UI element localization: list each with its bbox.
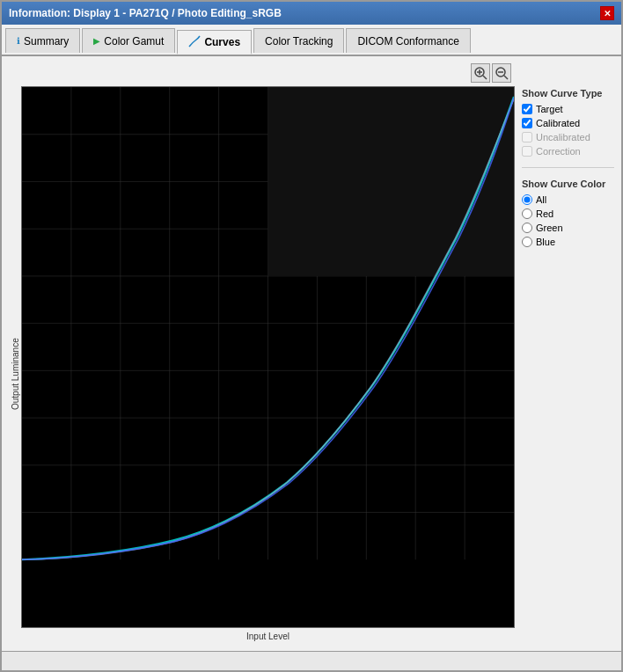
svg-line-5 <box>504 76 508 79</box>
red-radio[interactable] <box>522 208 532 219</box>
checkbox-correction[interactable]: Correction <box>522 146 614 157</box>
target-label: Target <box>536 104 563 114</box>
calibrated-checkbox[interactable] <box>522 118 532 128</box>
chart-canvas[interactable] <box>21 86 515 628</box>
blue-label: Blue <box>536 237 555 247</box>
window-title: Information: Display 1 - PA271Q / Photo … <box>9 7 282 19</box>
calibrated-label: Calibrated <box>536 118 580 128</box>
tab-color-tracking[interactable]: Color Tracking <box>253 28 344 53</box>
chart-area: Output Luminance <box>9 63 515 644</box>
y-axis-label: Output Luminance <box>9 86 21 644</box>
status-bar <box>2 651 621 670</box>
svg-rect-25 <box>268 87 515 276</box>
checkbox-uncalibrated[interactable]: Uncalibrated <box>522 132 614 142</box>
tab-summary-label: Summary <box>24 35 69 47</box>
main-content: Output Luminance <box>2 56 621 651</box>
zoom-out-button[interactable] <box>492 63 511 83</box>
right-panel: Show Curve Type Target Calibrated Uncali… <box>522 63 614 644</box>
chart-inner: Input Level <box>21 86 515 644</box>
tab-color-tracking-label: Color Tracking <box>265 35 333 47</box>
close-button[interactable]: ✕ <box>600 6 614 20</box>
main-window: Information: Display 1 - PA271Q / Photo … <box>0 0 623 672</box>
show-curve-color-section: Show Curve Color All Red Green Blue <box>522 179 614 247</box>
radio-blue[interactable]: Blue <box>522 237 614 247</box>
correction-checkbox[interactable] <box>522 146 532 157</box>
all-radio[interactable] <box>522 194 532 205</box>
checkbox-target[interactable]: Target <box>522 104 614 114</box>
tab-summary[interactable]: ℹ Summary <box>5 28 80 53</box>
checkbox-calibrated[interactable]: Calibrated <box>522 118 614 128</box>
green-radio[interactable] <box>522 223 532 233</box>
red-label: Red <box>536 208 553 219</box>
color-gamut-icon: ▶ <box>93 36 100 46</box>
tab-dicom-label: DICOM Conformance <box>357 35 458 47</box>
tab-bar: ℹ Summary ▶ Color Gamut Curves Color Tra… <box>2 25 621 56</box>
all-label: All <box>536 194 546 205</box>
tab-curves-label: Curves <box>204 36 240 48</box>
blue-radio[interactable] <box>522 237 532 247</box>
tab-color-gamut-label: Color Gamut <box>104 35 164 47</box>
svg-line-1 <box>483 76 487 79</box>
show-curve-type-title: Show Curve Type <box>522 88 614 99</box>
tab-color-gamut[interactable]: ▶ Color Gamut <box>82 28 175 53</box>
curves-icon <box>188 35 201 49</box>
target-checkbox[interactable] <box>522 104 532 114</box>
chart-wrapper: Output Luminance <box>9 86 515 644</box>
uncalibrated-label: Uncalibrated <box>536 132 590 142</box>
radio-all[interactable]: All <box>522 194 614 205</box>
tab-curves[interactable]: Curves <box>177 30 252 55</box>
uncalibrated-checkbox[interactable] <box>522 132 532 142</box>
correction-label: Correction <box>536 146 581 157</box>
title-bar: Information: Display 1 - PA271Q / Photo … <box>2 2 621 25</box>
chart-controls <box>9 63 515 83</box>
x-axis-label: Input Level <box>21 628 515 644</box>
radio-green[interactable]: Green <box>522 223 614 233</box>
show-curve-color-title: Show Curve Color <box>522 179 614 189</box>
summary-icon: ℹ <box>17 36 20 46</box>
green-label: Green <box>536 223 563 233</box>
zoom-in-button[interactable] <box>471 63 490 83</box>
panel-divider <box>522 167 614 168</box>
tab-dicom[interactable]: DICOM Conformance <box>346 28 470 53</box>
chart-svg <box>22 87 514 627</box>
show-curve-type-section: Show Curve Type Target Calibrated Uncali… <box>522 88 614 157</box>
radio-red[interactable]: Red <box>522 208 614 219</box>
